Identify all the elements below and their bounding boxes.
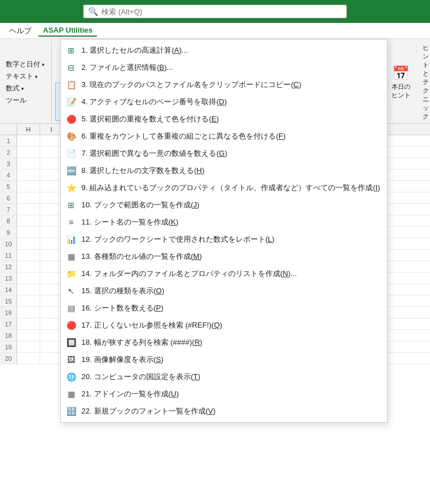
grid-cell[interactable] xyxy=(40,261,63,273)
hint-tech-button[interactable]: ヒントとテクニック xyxy=(418,41,430,123)
dropdown-item[interactable]: 🔲18. 幅が狭すぎる列を検索 (####)(R) xyxy=(61,334,387,351)
row-number: 9 xyxy=(0,227,17,238)
grid-cell[interactable] xyxy=(17,147,40,158)
dropdown-item[interactable]: ▤16. シート数を数える(P) xyxy=(61,300,387,317)
row-number: 3 xyxy=(0,158,17,169)
menu-item-help[interactable]: ヘルプ xyxy=(5,25,36,37)
grid-cell[interactable] xyxy=(17,170,40,181)
grid-cell[interactable] xyxy=(40,135,63,147)
grid-cell[interactable] xyxy=(40,307,63,318)
dropdown-item-text: 13. 各種類のセル値の一覧を作成(M) xyxy=(81,251,380,262)
grid-cell[interactable] xyxy=(17,273,40,284)
grid-cell[interactable] xyxy=(17,204,40,215)
dropdown-item-icon: 📝 xyxy=(65,96,77,108)
dropdown-item[interactable]: ▦21. アドインの一覧を作成(U) xyxy=(61,385,387,403)
dropdown-item[interactable]: ▦13. 各種類のセル値の一覧を作成(M) xyxy=(61,248,387,265)
ribbon-tools[interactable]: ツール xyxy=(2,94,49,107)
dropdown-item[interactable]: 📝4. アクティブなセルのページ番号を取得(D) xyxy=(61,93,387,111)
grid-cell[interactable] xyxy=(40,181,63,192)
dropdown-item-icon: 🔴 xyxy=(65,113,77,125)
grid-cell[interactable] xyxy=(40,227,63,238)
dropdown-item[interactable]: ≡11. シート名の一覧を作成(K) xyxy=(61,214,387,231)
grid-cell[interactable] xyxy=(17,296,40,307)
row-num-header xyxy=(0,124,17,135)
grid-cell[interactable] xyxy=(40,204,63,215)
grid-cell[interactable] xyxy=(40,147,63,158)
dropdown-item-icon: 🌐 xyxy=(65,371,77,383)
grid-cell[interactable] xyxy=(40,192,63,204)
dropdown-item[interactable]: ⊟2. ファイルと選択情報(B)... xyxy=(61,59,387,76)
col-header-I: I xyxy=(40,124,63,135)
dropdown-item[interactable]: 🔴5. 選択範囲の重複を数えて色を付ける(E) xyxy=(61,111,387,128)
grid-cell[interactable] xyxy=(40,353,63,364)
search-input[interactable] xyxy=(101,7,342,16)
dropdown-item[interactable]: ⊞10. ブックで範囲名の一覧を作成(J) xyxy=(61,196,387,214)
dropdown-item-text: 7. 選択範囲で異なる一意の数値を数える(G) xyxy=(81,148,380,159)
grid-cell[interactable] xyxy=(17,318,40,330)
grid-cell[interactable] xyxy=(40,238,63,250)
dropdown-item[interactable]: 🌐20. コンピュータの国設定を表示(T) xyxy=(61,368,387,385)
grid-cell[interactable] xyxy=(17,250,40,261)
grid-cell[interactable] xyxy=(17,215,40,227)
dropdown-item[interactable]: ⭐9. 組み込まれているブックのプロパティ（タイトル、作成者など）すべての一覧を… xyxy=(61,179,387,196)
grid-cell[interactable] xyxy=(17,284,40,296)
grid-cell[interactable] xyxy=(17,353,40,364)
dropdown-item-icon: ⭐ xyxy=(65,182,77,194)
ribbon-formula[interactable]: 数式 ▾ xyxy=(2,82,49,94)
grid-cell[interactable] xyxy=(17,135,40,147)
dropdown-item[interactable]: 🔴17. 正しくないセル参照を検索 (#REF!)(Q) xyxy=(61,317,387,334)
ribbon-text[interactable]: テキスト ▾ xyxy=(2,70,49,82)
grid-cell[interactable] xyxy=(17,341,40,353)
calendar-icon: 📅 xyxy=(392,65,409,81)
grid-cell[interactable] xyxy=(40,330,63,341)
dropdown-item-text: 8. 選択したセルの文字数を数える(H) xyxy=(81,166,380,176)
dropdown-item[interactable]: 📋3. 現在のブックのパスとファイル名をクリップボードにコピー(C) xyxy=(61,76,387,93)
row-number: 19 xyxy=(0,341,17,352)
dropdown-item[interactable]: ⊞1. 選択したセルの高速計算(A)... xyxy=(61,42,387,59)
grid-cell[interactable] xyxy=(40,170,63,181)
dropdown-item-text: 15. 選択の種類を表示(O) xyxy=(81,286,380,296)
today-hint-button[interactable]: 📅 本日のヒント xyxy=(384,61,418,104)
dropdown-item[interactable]: 📁14. フォルダー内のファイル名とプロパティのリストを作成(N)... xyxy=(61,265,387,282)
grid-cell[interactable] xyxy=(17,227,40,238)
col-header-H: H xyxy=(17,124,40,135)
grid-cell[interactable] xyxy=(40,158,63,170)
grid-cell[interactable] xyxy=(40,341,63,353)
grid-cell[interactable] xyxy=(40,318,63,330)
grid-cell[interactable] xyxy=(17,192,40,204)
grid-cell[interactable] xyxy=(40,284,63,296)
dropdown-item[interactable]: 🎨6. 重複をカウントして各重複の組ごとに異なる色を付ける(F) xyxy=(61,128,387,145)
dropdown-item-text: 16. シート数を数える(P) xyxy=(81,303,380,313)
grid-cell[interactable] xyxy=(17,238,40,250)
grid-cell[interactable] xyxy=(17,330,40,341)
search-bar: 🔍 xyxy=(0,0,430,23)
grid-cell[interactable] xyxy=(17,261,40,273)
dropdown-item-icon: 🔴 xyxy=(65,320,77,331)
dropdown-item[interactable]: 🔡22. 新規ブックのフォント一覧を作成(V) xyxy=(61,403,387,420)
dropdown-item[interactable]: 📊12. ブックのワークシートで使用された数式をレポート(L) xyxy=(61,231,387,248)
dropdown-item-icon: 📄 xyxy=(65,148,77,159)
row-number: 16 xyxy=(0,307,17,318)
grid-cell[interactable] xyxy=(40,273,63,284)
dropdown-item-text: 14. フォルダー内のファイル名とプロパティのリストを作成(N)... xyxy=(81,269,380,279)
grid-cell[interactable] xyxy=(40,215,63,227)
dropdown-item-text: 3. 現在のブックのパスとファイル名をクリップボードにコピー(C) xyxy=(81,80,380,90)
grid-cell[interactable] xyxy=(17,158,40,170)
dropdown-item-icon: 🖼 xyxy=(65,354,77,365)
dropdown-item[interactable]: 🔤8. 選択したセルの文字数を数える(H) xyxy=(61,162,387,179)
ribbon-numbers-date[interactable]: 数字と日付 ▾ xyxy=(2,58,49,70)
dropdown-item-icon: ⊟ xyxy=(65,62,77,73)
grid-cell[interactable] xyxy=(40,296,63,307)
dropdown-item-text: 20. コンピュータの国設定を表示(T) xyxy=(81,372,380,382)
grid-cell[interactable] xyxy=(40,250,63,261)
dropdown-item[interactable]: 📄7. 選択範囲で異なる一意の数値を数える(G) xyxy=(61,145,387,162)
dropdown-item[interactable]: ↖15. 選択の種類を表示(O) xyxy=(61,282,387,300)
grid-cell[interactable] xyxy=(17,307,40,318)
menu-item-asap[interactable]: ASAP Utilities xyxy=(38,25,97,37)
dropdown-item[interactable]: 🖼19. 画像解像度を表示(S) xyxy=(61,351,387,368)
dropdown-item-icon: 🔤 xyxy=(65,165,77,176)
ribbon-left-group: 数字と日付 ▾ テキスト ▾ 数式 ▾ ツール xyxy=(0,41,52,123)
grid-cell[interactable] xyxy=(17,181,40,192)
row-number: 20 xyxy=(0,353,17,364)
search-input-wrap[interactable]: 🔍 xyxy=(83,5,347,18)
